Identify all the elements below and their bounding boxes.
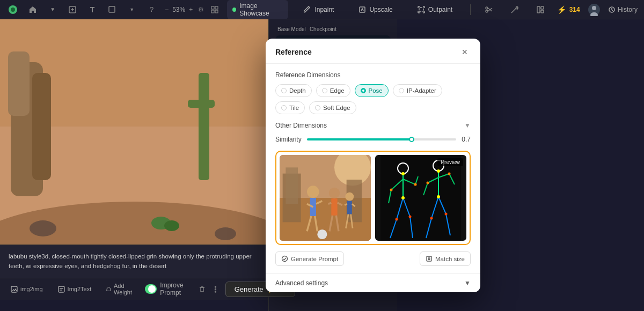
inpaint-btn[interactable]: Inpaint: [297, 3, 341, 16]
help-icon[interactable]: ?: [145, 2, 158, 17]
soft-edge-label: Soft Edge: [323, 105, 350, 111]
similarity-slider[interactable]: [307, 138, 457, 140]
bolt-credit: ⚡ 314: [557, 5, 580, 14]
tile-radio[interactable]: Tile: [275, 101, 305, 114]
similarity-label: Similarity: [275, 136, 302, 143]
children-scene-svg: [280, 155, 371, 241]
ip-adapter-label: IP-Adapter: [407, 87, 436, 94]
svg-point-118: [430, 217, 433, 220]
other-dims-chevron[interactable]: ▼: [464, 122, 471, 129]
frame-icon[interactable]: [105, 2, 119, 17]
grid-icon[interactable]: [209, 4, 221, 16]
svg-point-100: [390, 189, 393, 191]
edge-dot: [322, 88, 327, 93]
svg-point-115: [437, 195, 440, 198]
svg-point-98: [401, 172, 405, 175]
zoom-value[interactable]: 53%: [171, 6, 187, 13]
toolbar-left: ▼ T ▼ ? − 53% + ⚙: [6, 0, 288, 19]
svg-point-74: [329, 188, 340, 198]
dropdown-icon[interactable]: ▼: [46, 2, 60, 17]
layout-icon[interactable]: [533, 2, 548, 17]
base-model-label: Base Model Checkpoint: [275, 26, 391, 32]
svg-point-60: [215, 288, 216, 290]
svg-point-117: [448, 173, 451, 175]
svg-rect-5: [109, 6, 115, 12]
svg-rect-47: [8, 51, 30, 116]
svg-point-52: [215, 227, 236, 240]
svg-rect-11: [419, 8, 423, 12]
preview-image-left[interactable]: [280, 155, 371, 241]
more-options-icon[interactable]: [212, 284, 219, 294]
zoom-plus[interactable]: +: [189, 6, 193, 13]
wand-icon[interactable]: [507, 2, 522, 17]
svg-point-102: [396, 218, 398, 221]
canvas-image[interactable]: [0, 19, 268, 245]
svg-point-80: [317, 229, 327, 239]
settings-icon[interactable]: ⚙: [195, 4, 207, 16]
generate-prompt-btn[interactable]: Generate Prompt: [275, 251, 344, 266]
ip-adapter-radio[interactable]: IP-Adapter: [393, 84, 442, 97]
add-canvas-icon[interactable]: [66, 2, 79, 17]
img2text-btn[interactable]: Img2Text: [54, 284, 96, 295]
bolt-icon: ⚡: [557, 5, 566, 14]
credit-count: 314: [569, 6, 580, 13]
svg-rect-21: [541, 6, 544, 9]
advanced-settings-row[interactable]: Advanced settings ▼: [266, 273, 480, 292]
scissors-icon[interactable]: [481, 2, 496, 17]
soft-edge-dot: [315, 105, 320, 110]
improve-prompt-toggle[interactable]: [145, 284, 157, 294]
add-weight-label: Add Weight: [114, 283, 134, 295]
svg-point-59: [215, 286, 216, 287]
upscale-btn[interactable]: Upscale: [352, 3, 399, 16]
image-showcase-tab[interactable]: Image Showcase: [227, 0, 288, 19]
svg-rect-66: [286, 167, 298, 204]
svg-line-76: [328, 203, 332, 204]
modal-header: Reference ✕: [266, 39, 480, 64]
soft-edge-radio[interactable]: Soft Edge: [309, 101, 356, 114]
svg-line-17: [517, 6, 518, 7]
logo-icon[interactable]: [6, 2, 20, 17]
toolbar-center: Inpaint Upscale Outpaint: [297, 2, 548, 17]
add-weight-btn[interactable]: Add Weight: [102, 280, 138, 298]
main-layout: labubu style3d, closed-mouth tightly clo…: [0, 19, 644, 311]
zoom-control: − 53% + ⚙: [165, 4, 221, 16]
svg-point-68: [307, 186, 319, 198]
preview-image-right[interactable]: Preview: [375, 155, 466, 241]
svg-point-12: [486, 7, 488, 9]
match-size-label: Match size: [435, 256, 465, 262]
gen-prompt-label: Generate Prompt: [291, 256, 338, 262]
history-btn[interactable]: History: [608, 6, 638, 13]
tab-label: Image Showcase: [239, 2, 283, 17]
desert-background-art: [0, 19, 268, 245]
outpaint-btn[interactable]: Outpaint: [411, 3, 459, 16]
pose-dot: [361, 88, 366, 93]
img2img-btn[interactable]: img2img: [6, 284, 47, 295]
depth-radio[interactable]: Depth: [275, 84, 312, 97]
pose-radio[interactable]: Pose: [355, 84, 389, 97]
inpaint-label: Inpaint: [314, 6, 334, 13]
delete-icon[interactable]: [199, 284, 206, 294]
dropdown2-icon[interactable]: ▼: [125, 2, 138, 17]
svg-point-99: [401, 196, 405, 199]
home-icon[interactable]: [26, 2, 40, 17]
avatar-icon[interactable]: [587, 2, 602, 17]
match-size-btn[interactable]: Match size: [420, 251, 471, 266]
modal-footer: Generate Prompt Match size: [275, 251, 471, 266]
prompt-text[interactable]: labubu style3d, closed-mouth tightly clo…: [9, 251, 260, 271]
svg-rect-120: [427, 256, 431, 261]
svg-rect-56: [58, 286, 64, 292]
advanced-settings-label: Advanced settings: [275, 279, 328, 287]
history-label: History: [618, 6, 638, 13]
generate-label: Generate: [235, 285, 264, 293]
text-icon[interactable]: T: [86, 2, 99, 17]
svg-rect-20: [537, 6, 540, 13]
svg-rect-22: [541, 10, 544, 13]
ref-dim-label: Reference Dimensions: [275, 71, 471, 79]
image-preview-container: Preview: [275, 151, 471, 245]
modal-dialog: Reference ✕ Reference Dimensions Depth E…: [266, 39, 480, 292]
edge-radio[interactable]: Edge: [316, 84, 350, 97]
svg-rect-75: [331, 198, 337, 216]
modal-close-button[interactable]: ✕: [459, 46, 471, 58]
reference-modal: Reference ✕ Reference Dimensions Depth E…: [266, 39, 491, 292]
zoom-minus[interactable]: −: [165, 6, 169, 13]
